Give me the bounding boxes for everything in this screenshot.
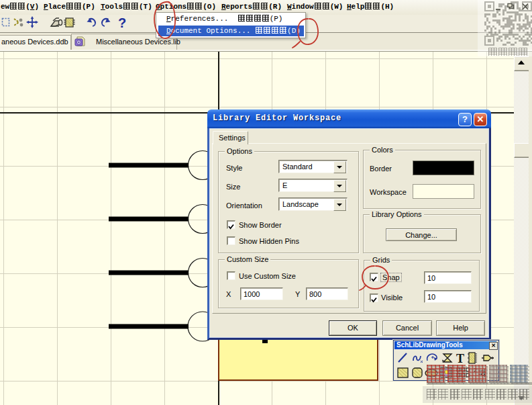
svg-text:?: ?	[118, 15, 126, 30]
